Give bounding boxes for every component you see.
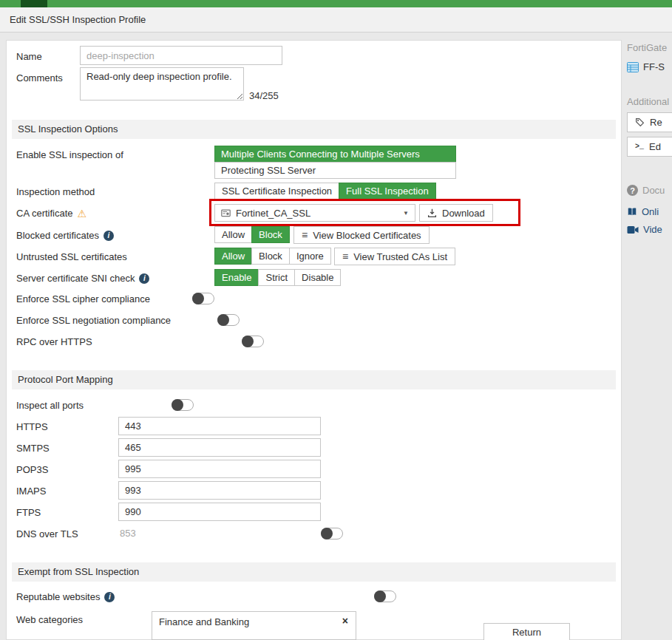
untrusted-certificates-label: Untrusted SSL certificates (16, 251, 127, 263)
inspection-method-segment: SSL Certificate Inspection Full SSL Insp… (214, 183, 436, 200)
untrusted-ignore[interactable]: Ignore (289, 248, 331, 265)
references-button[interactable]: Re (627, 112, 672, 132)
dns-over-tls-toggle[interactable] (321, 528, 343, 539)
smtps-label: SMTPS (16, 442, 50, 455)
dns-over-tls-label: DNS over TLS (16, 528, 78, 540)
method-full-ssl-inspection[interactable]: Full SSL Inspection (339, 183, 436, 200)
view-blocked-certificates-button[interactable]: ≡ View Blocked Certificates (293, 226, 430, 244)
option-multiple-clients-multiple-servers[interactable]: Multiple Clients Connecting to Multiple … (214, 146, 456, 163)
comments-label: Comments (16, 72, 63, 84)
fortigate-device-icon (627, 62, 639, 72)
web-categories-box[interactable]: Finance and Banking × (152, 611, 356, 640)
help-icon: ? (627, 185, 638, 196)
book-icon (627, 207, 637, 217)
sni-check-label: Server certificate SNI check i (16, 272, 149, 285)
edit-in-cli-button[interactable]: >_ Ed (627, 137, 672, 157)
section-exempt-from-ssl-inspection: Exempt from SSL Inspection (12, 562, 616, 582)
sni-enable[interactable]: Enable (214, 269, 259, 286)
warning-icon: ⚠ (78, 208, 87, 219)
info-icon[interactable]: i (103, 231, 114, 241)
blocked-certificates-segment: Allow Block (214, 226, 290, 243)
pop3s-label: POP3S (16, 463, 48, 476)
comments-counter: 34/255 (249, 90, 279, 101)
device-entry[interactable]: FF-S (627, 61, 665, 72)
cipher-compliance-label: Enforce SSL cipher compliance (16, 293, 150, 305)
device-name: FF-S (643, 61, 665, 72)
untrusted-certificates-segment: Allow Block Ignore (214, 248, 331, 265)
reputable-websites-toggle[interactable] (374, 590, 396, 602)
view-trusted-cas-button[interactable]: ≡ View Trusted CAs List (334, 248, 455, 265)
ca-certificate-label: CA certificate ⚠ (16, 207, 86, 219)
certificate-icon (221, 208, 231, 218)
inspection-method-label: Inspection method (16, 185, 95, 198)
dns-over-tls-port-value: 853 (120, 528, 136, 539)
blocked-allow[interactable]: Allow (214, 226, 252, 243)
https-port-input[interactable] (118, 417, 321, 435)
video-tutorials-link[interactable]: Vide (627, 224, 662, 235)
enable-ssl-inspection-label: Enable SSL inspection of (16, 149, 123, 161)
ftps-port-input[interactable] (118, 503, 321, 521)
imaps-port-input[interactable] (118, 481, 321, 500)
remove-tag-icon[interactable]: × (342, 615, 348, 627)
video-icon (627, 225, 639, 234)
untrusted-allow[interactable]: Allow (214, 248, 252, 265)
untrusted-block[interactable]: Block (251, 248, 290, 265)
page-title: Edit SSL/SSH Inspection Profile (0, 7, 672, 33)
reputable-websites-label: Reputable websites i (16, 590, 115, 603)
ca-certificate-dropdown[interactable]: Fortinet_CA_SSL ▼ (214, 204, 415, 222)
section-protocol-port-mapping: Protocol Port Mapping (12, 370, 616, 389)
blocked-certificates-label: Blocked certificates i (16, 229, 114, 242)
reference-tag-icon (635, 118, 645, 127)
download-button[interactable]: Download (419, 204, 493, 222)
smtps-port-input[interactable] (118, 438, 321, 457)
list-icon: ≡ (302, 229, 308, 241)
sni-disable[interactable]: Disable (294, 269, 341, 286)
name-label: Name (16, 50, 42, 63)
negotiation-compliance-label: Enforce SSL negotiation compliance (16, 314, 171, 327)
blocked-block[interactable]: Block (251, 226, 290, 243)
web-categories-label: Web categories (16, 613, 83, 626)
sni-strict[interactable]: Strict (258, 269, 295, 286)
negotiation-compliance-toggle[interactable] (217, 314, 240, 326)
cipher-compliance-toggle[interactable] (192, 293, 214, 304)
sidebar-additional-label: Additional (627, 96, 669, 107)
list-icon: ≡ (342, 251, 348, 262)
method-ssl-certificate-inspection[interactable]: SSL Certificate Inspection (214, 183, 339, 200)
terminal-icon: >_ (635, 143, 644, 151)
navbar-active-tab (21, 0, 47, 7)
sni-check-segment: Enable Strict Disable (214, 269, 341, 286)
info-icon[interactable]: i (139, 273, 149, 284)
option-protecting-ssl-server[interactable]: Protecting SSL Server (214, 162, 456, 179)
imaps-label: IMAPS (16, 485, 46, 497)
https-label: HTTPS (16, 421, 48, 433)
section-ssl-inspection-options: SSL Inspection Options (12, 120, 616, 139)
rpc-over-https-label: RPC over HTTPS (16, 336, 92, 348)
comments-textarea[interactable]: Read-only deep inspection profile. (80, 67, 244, 101)
info-icon[interactable]: i (104, 592, 115, 602)
top-navbar (0, 0, 672, 7)
online-help-link[interactable]: Onli (627, 206, 659, 217)
inspect-all-ports-toggle[interactable] (172, 399, 194, 411)
chevron-down-icon: ▼ (403, 210, 409, 217)
sidebar-fortigate-label: FortiGate (627, 42, 667, 53)
download-icon (427, 208, 437, 218)
name-input[interactable] (80, 46, 282, 65)
rpc-over-https-toggle[interactable] (242, 336, 264, 347)
inspect-all-ports-label: Inspect all ports (16, 399, 84, 412)
return-button[interactable]: Return (483, 623, 570, 640)
documentation-header: ? Docu (627, 185, 665, 196)
ca-certificate-value: Fortinet_CA_SSL (236, 208, 310, 219)
ftps-label: FTPS (16, 506, 41, 519)
fortigate-screen: Edit SSL/SSH Inspection Profile Name Com… (0, 0, 672, 640)
pop3s-port-input[interactable] (118, 460, 321, 478)
web-category-tag: Finance and Banking (159, 616, 249, 627)
enable-ssl-inspection-options: Multiple Clients Connecting to Multiple … (214, 146, 456, 179)
